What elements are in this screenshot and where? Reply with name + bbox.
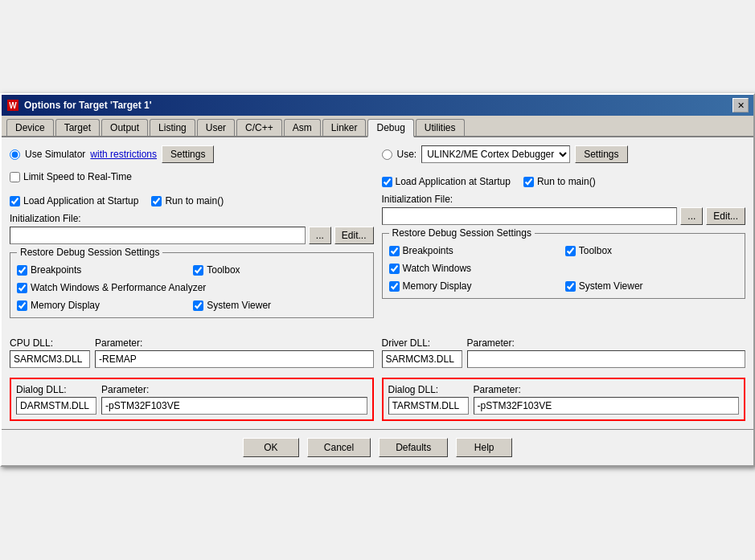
left-toolbox-checkbox[interactable] <box>193 265 203 276</box>
left-toolbox-row: Toolbox <box>193 264 366 276</box>
right-edit-button[interactable]: Edit... <box>706 207 745 225</box>
right-browse-button[interactable]: ... <box>680 207 703 225</box>
tab-device[interactable]: Device <box>6 119 54 136</box>
left-cpu-inputs <box>10 350 374 368</box>
left-dialog-inputs <box>16 397 367 415</box>
tab-linker[interactable]: Linker <box>322 119 367 136</box>
right-restore-group: Restore Debug Session Settings Breakpoin… <box>382 233 746 299</box>
right-debugger-select[interactable]: ULINK2/ME Cortex Debugger <box>421 145 570 163</box>
right-use-label: Use: <box>397 149 417 160</box>
svg-text:W: W <box>9 101 17 110</box>
right-driver-labels: Driver DLL: Parameter: <box>382 337 746 349</box>
right-system-viewer-checkbox[interactable] <box>565 281 576 292</box>
with-restrictions-link[interactable]: with restrictions <box>90 149 157 160</box>
left-memory-display-checkbox[interactable] <box>17 300 27 311</box>
right-driver-param-input[interactable] <box>467 350 746 368</box>
left-panel: Use Simulator with restrictions Settings… <box>10 145 374 421</box>
right-load-app-checkbox[interactable] <box>382 177 392 187</box>
right-load-app-row: Load Application at Startup <box>382 176 511 187</box>
close-button[interactable]: ✕ <box>732 98 749 112</box>
left-watch-windows-label: Watch Windows & Performance Analyzer <box>31 282 206 293</box>
right-watch-windows-checkbox[interactable] <box>389 264 400 274</box>
left-init-file-label: Initialization File: <box>10 213 374 224</box>
left-toolbox-label: Toolbox <box>207 264 240 276</box>
simulator-row: Use Simulator with restrictions Settings <box>10 145 374 163</box>
tab-listing[interactable]: Listing <box>150 119 195 136</box>
content-area: Use Simulator with restrictions Settings… <box>2 137 753 429</box>
left-memory-display-label: Memory Display <box>31 300 100 311</box>
left-dialog-dll-label: Dialog DLL: <box>16 384 96 395</box>
left-init-file-input[interactable] <box>10 227 306 244</box>
right-memory-display-checkbox[interactable] <box>389 281 400 292</box>
left-init-file-row: ... Edit... <box>10 227 374 244</box>
tab-bar: Device Target Output Listing User C/C++ … <box>2 116 753 137</box>
right-use-radio[interactable] <box>382 149 392 160</box>
left-dialog-labels: Dialog DLL: Parameter: <box>16 384 367 395</box>
left-breakpoints-checkbox[interactable] <box>17 265 27 276</box>
right-dialog-dll-input[interactable] <box>388 397 469 415</box>
left-watch-windows-checkbox[interactable] <box>17 283 27 293</box>
limit-speed-label: Limit Speed to Real-Time <box>23 171 132 182</box>
right-toolbox-checkbox[interactable] <box>565 246 576 256</box>
left-run-to-main-label: Run to main() <box>165 195 224 206</box>
right-panel: Use: ULINK2/ME Cortex Debugger Settings … <box>382 145 746 421</box>
left-browse-button[interactable]: ... <box>309 227 331 244</box>
tab-user[interactable]: User <box>197 119 235 136</box>
left-load-app-row: Load Application at Startup <box>10 195 138 206</box>
tab-output[interactable]: Output <box>101 119 148 136</box>
right-run-to-main-checkbox[interactable] <box>523 177 534 187</box>
right-use-row: Use: ULINK2/ME Cortex Debugger Settings <box>382 145 746 163</box>
right-toolbox-row: Toolbox <box>565 245 738 256</box>
left-memory-display-row: Memory Display <box>17 300 190 311</box>
left-edit-button[interactable]: Edit... <box>334 227 374 244</box>
right-init-file-row: ... Edit... <box>382 207 746 225</box>
right-breakpoints-row: Breakpoints <box>389 245 562 256</box>
left-dialog-param-input[interactable] <box>101 397 367 415</box>
defaults-button[interactable]: Defaults <box>379 438 448 457</box>
tab-debug[interactable]: Debug <box>367 119 413 137</box>
help-button[interactable]: Help <box>456 438 512 457</box>
title-bar-left: W Options for Target 'Target 1' <box>6 99 152 112</box>
left-restore-group: Restore Debug Session Settings Breakpoin… <box>10 252 374 318</box>
right-load-app-label: Load Application at Startup <box>396 176 511 187</box>
left-run-to-main-row: Run to main() <box>151 195 224 206</box>
footer: OK Cancel Defaults Help <box>2 429 753 465</box>
tab-utilities[interactable]: Utilities <box>416 119 465 136</box>
left-dialog-dll-input[interactable] <box>16 397 96 415</box>
right-settings-button[interactable]: Settings <box>575 145 627 163</box>
right-dialog-param-input[interactable] <box>474 397 740 415</box>
left-system-viewer-label: System Viewer <box>207 300 271 311</box>
right-restore-group-title: Restore Debug Session Settings <box>389 227 535 239</box>
right-init-file-input[interactable] <box>382 207 678 225</box>
left-cpu-dll-input[interactable] <box>10 350 90 368</box>
right-dialog-inputs <box>388 397 740 415</box>
right-toolbox-label: Toolbox <box>579 245 612 256</box>
left-run-to-main-checkbox[interactable] <box>151 196 162 206</box>
left-system-viewer-checkbox[interactable] <box>193 300 203 311</box>
tab-target[interactable]: Target <box>55 119 100 136</box>
tab-asm[interactable]: Asm <box>284 119 321 136</box>
right-dialog-dll-section: Dialog DLL: Parameter: <box>382 378 746 421</box>
left-cpu-param-label: Parameter: <box>95 337 142 349</box>
limit-speed-checkbox[interactable] <box>10 172 20 182</box>
left-init-file-section: Initialization File: ... Edit... <box>10 213 374 244</box>
right-breakpoints-checkbox[interactable] <box>389 246 400 256</box>
right-system-viewer-row: System Viewer <box>565 280 738 292</box>
left-cpu-dll-section: CPU DLL: Parameter: <box>10 337 374 368</box>
left-cpu-dll-label: CPU DLL: <box>10 337 90 349</box>
window-title: Options for Target 'Target 1' <box>24 100 152 111</box>
tab-cpp[interactable]: C/C++ <box>236 119 282 136</box>
left-cpu-param-input[interactable] <box>95 350 374 368</box>
cancel-button[interactable]: Cancel <box>307 438 371 457</box>
left-settings-button[interactable]: Settings <box>162 145 214 163</box>
left-system-viewer-row: System Viewer <box>193 300 366 311</box>
ok-button[interactable]: OK <box>243 438 299 457</box>
limit-speed-row: Limit Speed to Real-Time <box>10 171 374 182</box>
left-load-app-checkbox[interactable] <box>10 196 20 206</box>
right-driver-dll-label: Driver DLL: <box>382 337 462 349</box>
left-dialog-dll-section: Dialog DLL: Parameter: <box>10 378 374 421</box>
use-simulator-radio[interactable] <box>10 149 20 160</box>
left-load-app-label: Load Application at Startup <box>23 195 138 206</box>
right-driver-dll-input[interactable] <box>382 350 462 368</box>
left-breakpoints-label: Breakpoints <box>31 264 81 276</box>
